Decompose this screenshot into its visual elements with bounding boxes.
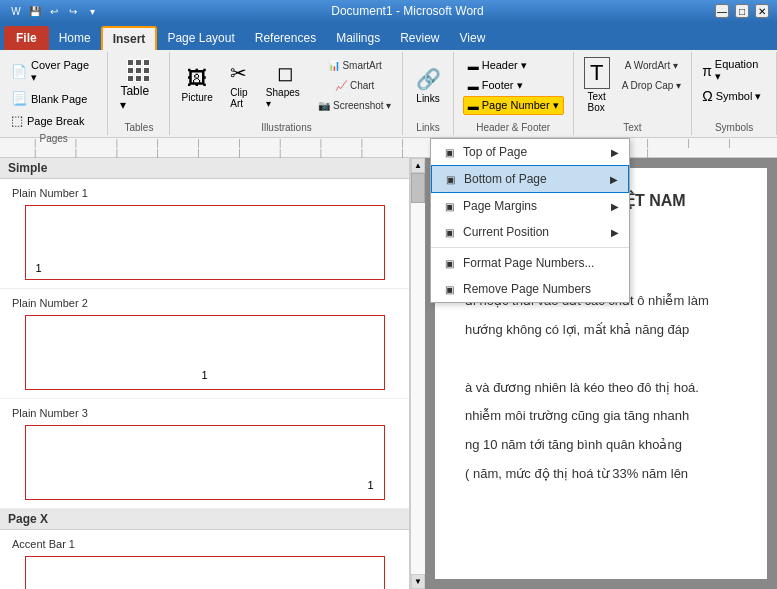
picture-button[interactable]: 🖼 Picture <box>176 56 217 114</box>
tables-buttons: Table ▾ <box>114 54 163 120</box>
smart-art-button[interactable]: 📊 SmartArt <box>313 56 396 74</box>
clip-art-button[interactable]: ✂ ClipArt <box>220 56 258 114</box>
scroll-down-button[interactable]: ▼ <box>411 574 425 589</box>
paragraph-4: à và đương nhiên là kéo theo đô thị hoá. <box>465 378 737 399</box>
tab-review[interactable]: Review <box>390 26 449 50</box>
word-icon[interactable]: W <box>8 3 24 19</box>
minimize-button[interactable]: — <box>715 4 729 18</box>
tab-references[interactable]: References <box>245 26 326 50</box>
symbol-button[interactable]: Ω Symbol ▾ <box>698 86 765 106</box>
document-title: Document1 - Microsoft Word <box>100 4 715 18</box>
plain-number-3-label: Plain Number 3 <box>12 407 397 419</box>
header-button[interactable]: ▬ Header ▾ <box>463 56 553 75</box>
plain-number-1-label: Plain Number 1 <box>12 187 397 199</box>
left-panel-container: Simple Plain Number 1 1 Plain Number 2 1… <box>0 158 425 589</box>
clip-art-icon: ✂ <box>230 61 247 85</box>
ribbon-group-text: T TextBox A WordArt ▾ A Drop Cap ▾ Text <box>574 52 693 135</box>
format-page-numbers-icon: ▣ <box>441 255 457 271</box>
symbol-label: Symbol ▾ <box>716 90 762 103</box>
tab-insert[interactable]: Insert <box>101 26 158 50</box>
shapes-button[interactable]: ◻ Shapes ▾ <box>260 56 311 114</box>
tab-mailings[interactable]: Mailings <box>326 26 390 50</box>
window-controls: — □ ✕ <box>715 4 769 18</box>
scroll-up-button[interactable]: ▲ <box>411 158 425 173</box>
plain-number-1-num: 1 <box>36 262 42 274</box>
table-label: Table ▾ <box>120 84 157 112</box>
page-break-button[interactable]: ⬚ Page Break <box>6 110 101 131</box>
word-art-label: A WordArt ▾ <box>625 60 678 71</box>
blank-page-button[interactable]: 📃 Blank Page <box>6 88 101 109</box>
text-box-label: TextBox <box>588 91 606 113</box>
tab-home[interactable]: Home <box>49 26 101 50</box>
chart-label: 📈 Chart <box>335 80 374 91</box>
plain-number-3-num: 1 <box>367 479 373 491</box>
tables-group-label: Tables <box>124 122 153 133</box>
picture-label: Picture <box>182 92 213 103</box>
clip-art-label: ClipArt <box>230 87 247 109</box>
plain-number-1-item[interactable]: Plain Number 1 1 <box>0 179 409 289</box>
footer-button[interactable]: ▬ Footer ▾ <box>463 76 553 95</box>
undo-button[interactable]: ↩ <box>46 3 62 19</box>
accent-bar-1-label: Accent Bar 1 <box>12 538 397 550</box>
ruler-marks: | | | | | | | | | | | | | | | | | | | | … <box>4 138 773 158</box>
word-art-button[interactable]: A WordArt ▾ <box>617 56 686 74</box>
plain-number-2-item[interactable]: Plain Number 2 1 <box>0 289 409 399</box>
page-number-button[interactable]: ▬ Page Number ▾ <box>463 96 564 115</box>
screenshot-button[interactable]: 📷 Screenshot ▾ <box>313 96 396 114</box>
scroll-thumb[interactable] <box>411 173 425 203</box>
format-page-numbers-item[interactable]: ▣ Format Page Numbers... <box>431 250 629 276</box>
pages-btn-list: 📄 Cover Page ▾ 📃 Blank Page ⬚ Page Break <box>6 56 101 131</box>
table-button[interactable]: Table ▾ <box>114 56 163 114</box>
title-bar: W 💾 ↩ ↪ ▾ Document1 - Microsoft Word — □… <box>0 0 777 22</box>
bottom-of-page-arrow: ▶ <box>610 174 618 185</box>
simple-section-header: Simple <box>0 158 409 179</box>
redo-button[interactable]: ↪ <box>65 3 81 19</box>
cover-page-button[interactable]: 📄 Cover Page ▾ <box>6 56 101 87</box>
left-panel-scrollbar[interactable]: ▲ ▼ <box>410 158 425 589</box>
tab-page-layout[interactable]: Page Layout <box>157 26 244 50</box>
links-icon: 🔗 <box>416 67 441 91</box>
tab-file[interactable]: File <box>4 26 49 50</box>
top-of-page-item[interactable]: ▣ Top of Page ▶ <box>431 139 629 165</box>
equation-icon: π <box>702 63 712 79</box>
paragraph-5: nhiễm môi trường cũng gia tăng nhanh <box>465 406 737 427</box>
current-position-item[interactable]: ▣ Current Position ▶ <box>431 219 629 245</box>
plain-number-3-preview: 1 <box>25 425 385 500</box>
page-margins-item[interactable]: ▣ Page Margins ▶ <box>431 193 629 219</box>
page-number-icon: ▬ <box>468 100 479 112</box>
page-number-dropdown: ▣ Top of Page ▶ ▣ Bottom of Page ▶ ▣ Pag… <box>430 138 630 303</box>
save-button[interactable]: 💾 <box>27 3 43 19</box>
links-button[interactable]: 🔗 Links <box>409 56 447 114</box>
pages-group-label: Pages <box>40 133 68 144</box>
bottom-of-page-item[interactable]: ▣ Bottom of Page ▶ <box>431 165 629 193</box>
text-box-icon: T <box>584 57 610 89</box>
current-position-label: Current Position <box>463 225 549 239</box>
plain-number-2-num: 1 <box>201 369 207 381</box>
shapes-icon: ◻ <box>277 61 294 85</box>
close-button[interactable]: ✕ <box>755 4 769 18</box>
text-buttons: T TextBox A WordArt ▾ A Drop Cap ▾ <box>579 54 686 120</box>
word-art-drop-group: A WordArt ▾ A Drop Cap ▾ <box>617 56 686 94</box>
symbol-icon: Ω <box>702 88 712 104</box>
text-box-button[interactable]: T TextBox <box>579 56 615 114</box>
symbols-buttons: π Equation ▾ Ω Symbol ▾ <box>698 54 770 120</box>
maximize-button[interactable]: □ <box>735 4 749 18</box>
equation-button[interactable]: π Equation ▾ <box>698 56 770 85</box>
illustrations-buttons: 🖼 Picture ✂ ClipArt ◻ Shapes ▾ 📊 SmartAr… <box>176 54 396 120</box>
cover-page-label: Cover Page ▾ <box>31 59 96 84</box>
accent-bar-1-item[interactable]: Accent Bar 1 1 | Page <box>0 530 409 589</box>
chart-button[interactable]: 📈 Chart <box>313 76 396 94</box>
customize-qa[interactable]: ▾ <box>84 3 100 19</box>
tab-view[interactable]: View <box>450 26 496 50</box>
drop-cap-button[interactable]: A Drop Cap ▾ <box>617 76 686 94</box>
top-of-page-label: Top of Page <box>463 145 527 159</box>
bottom-of-page-icon: ▣ <box>442 171 458 187</box>
accent-bar-1-preview: 1 | Page <box>25 556 385 589</box>
equation-label: Equation ▾ <box>715 58 766 83</box>
links-label: Links <box>416 93 439 104</box>
bottom-of-page-label: Bottom of Page <box>464 172 547 186</box>
remove-page-numbers-item[interactable]: ▣ Remove Page Numbers <box>431 276 629 302</box>
ribbon: 📄 Cover Page ▾ 📃 Blank Page ⬚ Page Break… <box>0 50 777 138</box>
plain-number-3-item[interactable]: Plain Number 3 1 <box>0 399 409 509</box>
picture-icon: 🖼 <box>187 67 207 90</box>
